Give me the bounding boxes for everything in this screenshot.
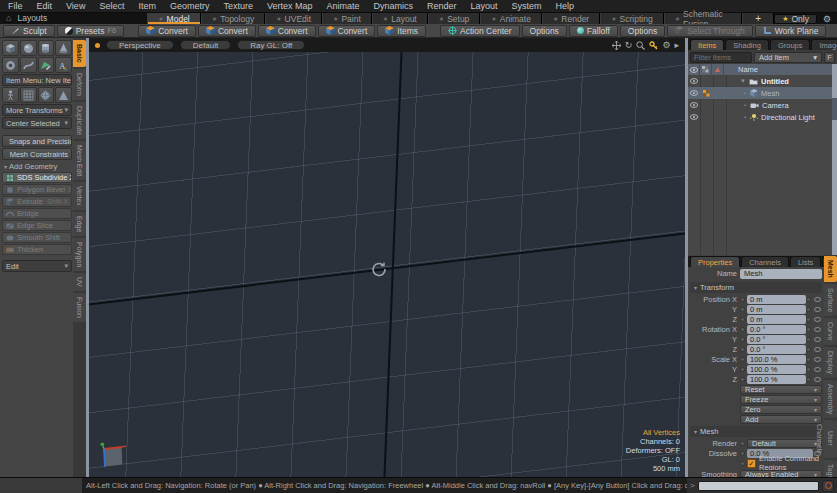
- tab-schematic-fusion[interactable]: ★Schematic Fusion: [664, 13, 743, 24]
- viewport-canvas[interactable]: All Vertices Channels: 0 Deformers: OFF …: [89, 52, 685, 477]
- filter-options-button[interactable]: F: [824, 52, 835, 63]
- menu-system[interactable]: System: [512, 1, 542, 11]
- item-list-scrollbar[interactable]: [832, 64, 837, 255]
- tab-items[interactable]: Items: [690, 39, 724, 50]
- torus-tool-button[interactable]: [2, 57, 19, 73]
- select-through-button[interactable]: Select Through: [667, 25, 753, 37]
- cone-tool-button[interactable]: [55, 40, 72, 56]
- scrollbar-thumb[interactable]: [832, 98, 837, 120]
- thicken-button[interactable]: Thicken: [2, 244, 72, 255]
- menu-select[interactable]: Select: [99, 1, 124, 11]
- eye-icon[interactable]: [813, 307, 822, 312]
- convert-button-1[interactable]: Convert: [138, 25, 196, 37]
- menu-view[interactable]: View: [66, 1, 85, 11]
- menu-layout[interactable]: Layout: [471, 1, 498, 11]
- sds-subdivide-button[interactable]: SDS Subdivide 2X: [2, 172, 72, 183]
- lattice-tool-button[interactable]: [20, 87, 37, 103]
- tab-render[interactable]: ★Render: [542, 13, 600, 24]
- mesh-constraints-button[interactable]: Mesh Constraints: [2, 148, 72, 160]
- action-center-button[interactable]: Action Center: [440, 25, 520, 37]
- command-input[interactable]: [698, 481, 819, 491]
- cube-tool-button[interactable]: [2, 40, 19, 56]
- tab-setup[interactable]: ★Setup: [428, 13, 481, 24]
- tab-surface[interactable]: Surface: [824, 284, 837, 316]
- menu-geometry[interactable]: Geometry: [170, 1, 210, 11]
- tab-user-channels[interactable]: User Channels: [824, 420, 837, 458]
- tab-channels[interactable]: Channels: [741, 256, 789, 267]
- eye-icon[interactable]: [813, 347, 822, 352]
- scale-z-field[interactable]: 100.0 %: [747, 375, 806, 384]
- tab-model[interactable]: ★Model: [147, 13, 201, 24]
- tab-basic[interactable]: Basic: [73, 40, 86, 67]
- viewport-menu-dot-icon[interactable]: [95, 43, 100, 48]
- convert-button-3[interactable]: Convert: [258, 25, 316, 37]
- polygon-pen-tool-button[interactable]: [38, 57, 55, 73]
- falloff-cone-tool-button[interactable]: [55, 87, 72, 103]
- channel-dot[interactable]: [740, 297, 745, 302]
- falloff-button[interactable]: Falloff: [569, 25, 618, 37]
- sculpt-button[interactable]: Sculpt: [3, 25, 55, 37]
- menu-file[interactable]: File: [8, 1, 23, 11]
- expand-arrow-icon[interactable]: ▸: [674, 40, 679, 50]
- eye-icon[interactable]: [813, 377, 822, 382]
- view-mode-pill[interactable]: Perspective: [106, 40, 174, 50]
- raygl-pill[interactable]: Ray GL: Off: [237, 40, 305, 50]
- bridge-button[interactable]: Bridge: [2, 208, 72, 219]
- tab-lists[interactable]: Lists: [790, 256, 821, 267]
- menu-render[interactable]: Render: [427, 1, 457, 11]
- item-row-untitled[interactable]: ▼ Untitled: [688, 75, 837, 87]
- item-row-mesh[interactable]: • Mesh: [688, 87, 837, 99]
- add-geometry-header[interactable]: ▾ Add Geometry: [2, 161, 72, 171]
- mesh-section-header[interactable]: ▾ Mesh: [690, 426, 822, 437]
- tab-shading[interactable]: Shading: [725, 39, 769, 50]
- tab-topology[interactable]: ★Topology: [201, 13, 265, 24]
- gear-icon[interactable]: ⚙: [662, 40, 670, 50]
- menu-item[interactable]: Item: [138, 1, 156, 11]
- rotation-z-field[interactable]: 0.0 °: [747, 345, 806, 354]
- extrude-button[interactable]: Extrude Shift-X: [2, 196, 72, 207]
- eye-icon[interactable]: [813, 367, 822, 372]
- tab-duplicate[interactable]: Duplicate: [73, 102, 86, 139]
- smoothing-dropdown[interactable]: Always Enabled▾: [740, 470, 822, 478]
- more-transforms-dropdown[interactable]: More Transforms ▾: [2, 104, 72, 116]
- eye-icon[interactable]: [813, 337, 822, 342]
- tab-polygon[interactable]: Polygon: [73, 238, 86, 271]
- wire-sphere-tool-button[interactable]: [38, 87, 55, 103]
- eye-icon[interactable]: [688, 87, 700, 99]
- position-y-field[interactable]: 0 m: [747, 305, 806, 314]
- tab-scripting[interactable]: ★Scripting: [600, 13, 663, 24]
- item-menu-dropdown[interactable]: Item Menu: New Item ▾: [2, 74, 72, 86]
- falloff-options-button[interactable]: Options: [620, 25, 665, 37]
- key-icon[interactable]: [649, 41, 658, 50]
- tab-curve[interactable]: Curve: [824, 318, 837, 345]
- home-icon[interactable]: ⌂: [0, 13, 17, 24]
- edit-dropdown[interactable]: Edit ▾: [2, 260, 72, 272]
- only-favourites-button[interactable]: ★ Only: [774, 14, 817, 24]
- pan-icon[interactable]: [612, 41, 621, 50]
- convert-button-2[interactable]: Convert: [198, 25, 256, 37]
- tab-uv[interactable]: UV: [73, 273, 86, 291]
- tab-groups[interactable]: Groups: [770, 39, 811, 50]
- zero-dropdown-button[interactable]: Zero▾: [740, 405, 822, 414]
- add-tab-button[interactable]: +: [742, 13, 774, 24]
- item-name-field[interactable]: Mesh: [740, 269, 822, 279]
- freeze-dropdown-button[interactable]: Freeze▾: [740, 395, 822, 404]
- tab-deform[interactable]: Deform: [73, 69, 86, 100]
- eye-icon[interactable]: [813, 327, 822, 332]
- zoom-icon[interactable]: [636, 41, 645, 50]
- add-dropdown-button[interactable]: Add▾: [740, 415, 822, 424]
- convert-button-4[interactable]: Convert: [318, 25, 376, 37]
- tab-uvedit[interactable]: ★UVEdit: [265, 13, 322, 24]
- snaps-precision-button[interactable]: Snaps and Precision: [2, 135, 72, 147]
- center-selected-dropdown[interactable]: Center Selected ▾: [2, 117, 72, 129]
- gear-icon[interactable]: ⚙: [823, 14, 831, 24]
- smooth-shift-button[interactable]: Smooth Shift: [2, 232, 72, 243]
- tab-edge[interactable]: Edge: [73, 212, 86, 236]
- edit-flag-icon[interactable]: [700, 87, 712, 99]
- eye-icon[interactable]: [688, 99, 700, 111]
- macro-record-button[interactable]: [822, 480, 834, 492]
- shading-style-pill[interactable]: Default: [180, 40, 231, 50]
- enable-command-regions-checkbox[interactable]: ✓: [747, 459, 756, 468]
- curve-tool-button[interactable]: [20, 57, 37, 73]
- render-dropdown[interactable]: Default▾: [747, 439, 822, 448]
